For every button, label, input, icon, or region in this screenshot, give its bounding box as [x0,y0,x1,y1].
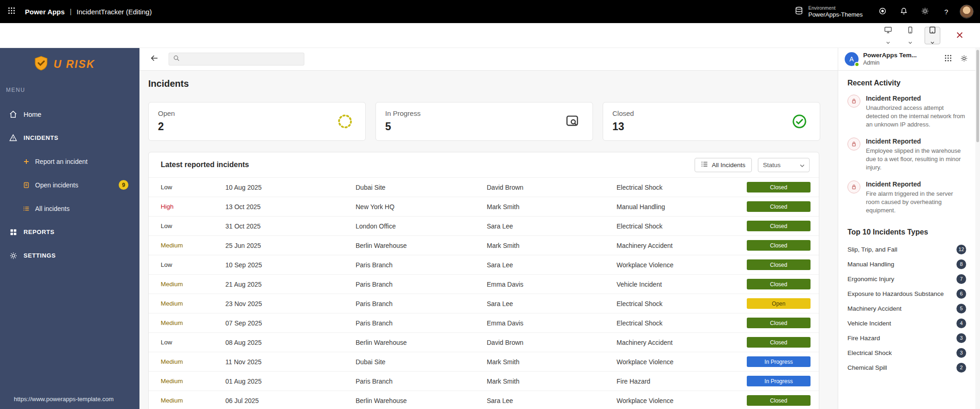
incident-type-cell: Manual Handling [617,203,747,211]
table-row[interactable]: High 13 Oct 2025 New York HQ Mark Smith … [149,197,819,216]
footer-url-link[interactable]: https://www.powerapps-template.com [14,396,114,403]
grid-icon [9,228,18,236]
location-cell: Dubai Site [356,184,487,191]
location-cell: Paris Branch [356,319,487,327]
settings-button[interactable] [914,0,936,23]
top-incident-row: Fire Hazard 3 [847,331,966,345]
status-dropdown[interactable]: Status [758,158,810,172]
table-row[interactable]: Low 31 Oct 2025 London Office Sara Lee E… [149,216,819,235]
profile-role: Admin [863,60,917,67]
incident-type-cell: Electrical Shock [617,300,747,307]
incident-type-cell: Electrical Shock [617,319,747,327]
date-cell: 31 Oct 2025 [225,223,356,230]
studio-topbar: Power Apps | IncidentTracker (Editing) E… [0,0,980,23]
stat-label: Closed [612,109,811,117]
status-badge: In Progress [747,376,811,386]
power-apps-studio: Power Apps | IncidentTracker (Editing) E… [0,0,980,409]
location-cell: London Office [356,223,487,230]
top-incident-row: Chemical Spill 2 [847,360,966,375]
status-dropdown-value: Status [763,162,780,168]
apps-grid-button[interactable] [940,51,956,67]
stat-label: In Progress [385,109,583,117]
sidebar-item-reports[interactable]: REPORTS [0,220,139,244]
copilot-button[interactable] [872,0,893,23]
environment-label: Environment [808,5,863,11]
app-header-bar [139,48,838,71]
table-row[interactable]: Medium 01 Aug 2025 Paris Branch Mark Smi… [149,371,819,391]
severity-cell: Low [161,223,225,229]
table-row[interactable]: Medium 11 Nov 2025 Dubai Site Mark Smith… [149,352,819,371]
environment-icon [794,6,804,17]
recent-activity-title: Recent Activity [847,79,966,87]
sidebar-item-label: Report an incident [35,158,88,165]
top-incident-row: Exposure to Hazardous Substance 6 [847,286,966,301]
panel-settings-button[interactable] [956,51,972,67]
all-incidents-filter-button[interactable]: All Incidents [695,158,752,172]
table-row[interactable]: Medium 21 Aug 2025 Paris Branch Emma Dav… [149,274,819,294]
sidebar-item-home[interactable]: Home [0,102,139,126]
severity-cell: Medium [161,281,225,288]
notifications-button[interactable] [893,0,914,23]
person-cell: Mark Smith [487,358,617,366]
table-row[interactable]: Medium 25 Jun 2025 Berlin Warehouse Mark… [149,235,819,255]
panel-actions [940,51,972,67]
preview-toolbar [0,23,980,48]
top-incident-count-badge: 3 [956,348,966,358]
incident-alert-icon [847,95,860,108]
table-row[interactable]: Medium 23 Nov 2025 Paris Branch Sara Lee… [149,294,819,313]
app-name[interactable]: Power Apps [25,8,65,16]
status-badge: Closed [747,201,811,212]
incident-type-cell: Workplace Violence [617,358,747,366]
top-incident-row: Machinery Accident 5 [847,301,966,316]
app-launcher-button[interactable] [0,0,23,23]
tablet-preview-button[interactable] [925,27,940,44]
activity-item[interactable]: Incident Reported Employee slipped in th… [847,138,966,172]
top-incidents-list: Slip, Trip, and Fall 12 Manual Handling … [847,242,966,375]
plus-icon [23,158,30,165]
location-cell: Paris Branch [356,281,487,288]
incident-type-cell: Machinery Accident [617,242,747,249]
user-avatar[interactable] [960,5,974,18]
scrollbar-thumb[interactable] [976,50,979,142]
location-cell: Paris Branch [356,261,487,269]
table-row[interactable]: Low 10 Aug 2025 Dubai Site David Brown E… [149,177,819,197]
sidebar-item-label: INCIDENTS [24,134,58,141]
bulleted-list-icon [701,161,708,169]
profile-avatar[interactable]: A [845,52,859,66]
app-logo: U RISK [33,55,139,73]
environment-picker[interactable]: Environment PowerApps-Themes [785,0,872,23]
severity-cell: Low [161,261,225,268]
sidebar-item-incidents[interactable]: INCIDENTS [0,126,139,150]
top-incident-label: Slip, Trip, and Fall [847,246,897,253]
close-preview-button[interactable] [953,29,967,43]
back-button[interactable] [148,53,161,66]
location-cell: Paris Branch [356,378,487,385]
sidebar-item-open-incidents[interactable]: Open incidents 9 [0,173,139,197]
chevron-down-icon [931,37,934,46]
activity-description: Employee slipped in the warehouse due to… [866,147,966,172]
status-badge: Closed [747,259,811,270]
date-cell: 01 Aug 2025 [225,378,356,385]
search-input[interactable] [183,56,300,63]
stats-row: Open 2 In Progress 5 Closed 13 [148,102,838,141]
activity-item[interactable]: Incident Reported Unauthorized access at… [847,95,966,129]
profile-header: A PowerApps Tem... Admin [838,48,975,71]
sidebar-item-report-incident[interactable]: Report an incident [0,150,139,173]
table-row[interactable]: Medium 07 Sep 2025 Paris Branch Emma Dav… [149,313,819,332]
phone-preview-button[interactable] [902,27,918,44]
desktop-preview-button[interactable] [880,27,896,44]
severity-cell: Low [161,184,225,191]
activity-item[interactable]: Incident Reported Fire alarm triggered i… [847,180,966,215]
sidebar-item-all-incidents[interactable]: All incidents [0,197,139,220]
stat-card-closed: Closed 13 [603,102,820,141]
sidebar-item-settings[interactable]: SETTINGS [0,244,139,267]
table-row[interactable]: Low 08 Aug 2025 Berlin Warehouse David B… [149,332,819,352]
severity-cell: Medium [161,397,225,404]
person-cell: David Brown [487,184,617,191]
stat-value: 13 [612,120,811,133]
help-button[interactable]: ? [936,0,957,23]
table-row[interactable]: Low 10 Sep 2025 Paris Branch Sara Lee Wo… [149,255,819,274]
table-row[interactable]: Medium 06 Jul 2025 Berlin Warehouse Sara… [149,391,819,409]
date-cell: 06 Jul 2025 [225,397,356,404]
top-incident-label: Electrical Shock [847,349,892,356]
